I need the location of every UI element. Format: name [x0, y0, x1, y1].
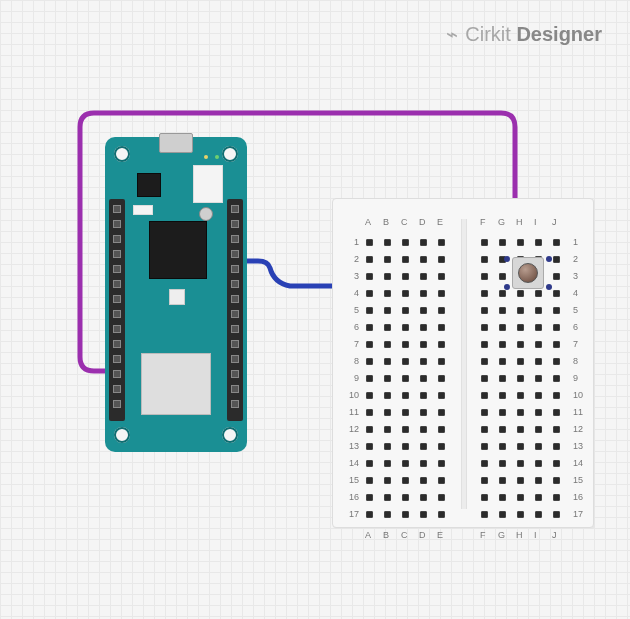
- header-pin[interactable]: [231, 205, 239, 213]
- breadboard-tie-point[interactable]: [553, 341, 560, 348]
- reset-button[interactable]: [199, 207, 213, 221]
- breadboard-tie-point[interactable]: [517, 511, 524, 518]
- breadboard-tie-point[interactable]: [481, 307, 488, 314]
- breadboard-tie-point[interactable]: [535, 324, 542, 331]
- breadboard-tie-point[interactable]: [384, 239, 391, 246]
- breadboard-tie-point[interactable]: [535, 239, 542, 246]
- header-pin[interactable]: [113, 325, 121, 333]
- breadboard-tie-point[interactable]: [499, 307, 506, 314]
- breadboard-tie-point[interactable]: [535, 375, 542, 382]
- breadboard-tie-point[interactable]: [438, 460, 445, 467]
- breadboard-tie-point[interactable]: [438, 494, 445, 501]
- header-pin[interactable]: [113, 265, 121, 273]
- breadboard-tie-point[interactable]: [402, 477, 409, 484]
- breadboard-tie-point[interactable]: [366, 375, 373, 382]
- breadboard-tie-point[interactable]: [553, 307, 560, 314]
- breadboard-tie-point[interactable]: [499, 341, 506, 348]
- breadboard-tie-point[interactable]: [553, 443, 560, 450]
- breadboard-tie-point[interactable]: [438, 324, 445, 331]
- breadboard-tie-point[interactable]: [402, 375, 409, 382]
- breadboard-tie-point[interactable]: [384, 358, 391, 365]
- breadboard-tie-point[interactable]: [481, 477, 488, 484]
- breadboard-tie-point[interactable]: [438, 477, 445, 484]
- breadboard-tie-point[interactable]: [499, 511, 506, 518]
- breadboard-tie-point[interactable]: [420, 494, 427, 501]
- breadboard-tie-point[interactable]: [553, 477, 560, 484]
- header-pin[interactable]: [113, 355, 121, 363]
- breadboard-tie-point[interactable]: [402, 307, 409, 314]
- breadboard[interactable]: AABBCCDDEEFFGGHHIIJJ11223344556677889910…: [332, 198, 594, 528]
- breadboard-tie-point[interactable]: [366, 409, 373, 416]
- header-pin[interactable]: [231, 250, 239, 258]
- breadboard-tie-point[interactable]: [384, 375, 391, 382]
- breadboard-tie-point[interactable]: [517, 324, 524, 331]
- breadboard-tie-point[interactable]: [366, 392, 373, 399]
- breadboard-tie-point[interactable]: [517, 426, 524, 433]
- breadboard-tie-point[interactable]: [517, 494, 524, 501]
- breadboard-tie-point[interactable]: [553, 426, 560, 433]
- breadboard-tie-point[interactable]: [553, 239, 560, 246]
- breadboard-tie-point[interactable]: [481, 375, 488, 382]
- breadboard-tie-point[interactable]: [438, 443, 445, 450]
- breadboard-tie-point[interactable]: [499, 426, 506, 433]
- canvas[interactable]: AABBCCDDEEFFGGHHIIJJ11223344556677889910…: [0, 0, 630, 619]
- breadboard-tie-point[interactable]: [499, 273, 506, 280]
- breadboard-tie-point[interactable]: [402, 358, 409, 365]
- pin-header-right[interactable]: [227, 199, 243, 421]
- breadboard-tie-point[interactable]: [481, 460, 488, 467]
- breadboard-tie-point[interactable]: [384, 477, 391, 484]
- breadboard-tie-point[interactable]: [499, 290, 506, 297]
- breadboard-tie-point[interactable]: [384, 392, 391, 399]
- breadboard-tie-point[interactable]: [481, 511, 488, 518]
- breadboard-tie-point[interactable]: [535, 477, 542, 484]
- breadboard-tie-point[interactable]: [553, 256, 560, 263]
- breadboard-tie-point[interactable]: [402, 239, 409, 246]
- breadboard-tie-point[interactable]: [535, 307, 542, 314]
- breadboard-tie-point[interactable]: [499, 409, 506, 416]
- header-pin[interactable]: [231, 295, 239, 303]
- breadboard-tie-point[interactable]: [402, 409, 409, 416]
- breadboard-tie-point[interactable]: [553, 358, 560, 365]
- pushbutton-cap-icon[interactable]: [518, 263, 538, 283]
- breadboard-tie-point[interactable]: [420, 256, 427, 263]
- breadboard-tie-point[interactable]: [535, 409, 542, 416]
- breadboard-tie-point[interactable]: [384, 290, 391, 297]
- breadboard-tie-point[interactable]: [420, 426, 427, 433]
- breadboard-tie-point[interactable]: [420, 273, 427, 280]
- header-pin[interactable]: [113, 340, 121, 348]
- breadboard-tie-point[interactable]: [384, 324, 391, 331]
- breadboard-tie-point[interactable]: [481, 256, 488, 263]
- breadboard-tie-point[interactable]: [402, 460, 409, 467]
- breadboard-tie-point[interactable]: [420, 460, 427, 467]
- breadboard-tie-point[interactable]: [384, 426, 391, 433]
- breadboard-tie-point[interactable]: [420, 375, 427, 382]
- breadboard-tie-point[interactable]: [402, 273, 409, 280]
- breadboard-tie-point[interactable]: [438, 239, 445, 246]
- header-pin[interactable]: [231, 385, 239, 393]
- breadboard-tie-point[interactable]: [553, 273, 560, 280]
- breadboard-tie-point[interactable]: [402, 324, 409, 331]
- breadboard-tie-point[interactable]: [481, 290, 488, 297]
- breadboard-tie-point[interactable]: [517, 477, 524, 484]
- breadboard-tie-point[interactable]: [535, 460, 542, 467]
- header-pin[interactable]: [231, 280, 239, 288]
- breadboard-tie-point[interactable]: [481, 494, 488, 501]
- breadboard-tie-point[interactable]: [366, 477, 373, 484]
- header-pin[interactable]: [113, 385, 121, 393]
- breadboard-tie-point[interactable]: [438, 358, 445, 365]
- breadboard-tie-point[interactable]: [384, 273, 391, 280]
- breadboard-tie-point[interactable]: [402, 426, 409, 433]
- breadboard-tie-point[interactable]: [366, 307, 373, 314]
- breadboard-tie-point[interactable]: [553, 409, 560, 416]
- breadboard-tie-point[interactable]: [499, 392, 506, 399]
- breadboard-tie-point[interactable]: [481, 426, 488, 433]
- breadboard-tie-point[interactable]: [535, 494, 542, 501]
- breadboard-tie-point[interactable]: [420, 358, 427, 365]
- breadboard-tie-point[interactable]: [420, 307, 427, 314]
- breadboard-tie-point[interactable]: [420, 290, 427, 297]
- breadboard-tie-point[interactable]: [517, 443, 524, 450]
- breadboard-tie-point[interactable]: [481, 273, 488, 280]
- header-pin[interactable]: [231, 220, 239, 228]
- breadboard-tie-point[interactable]: [499, 324, 506, 331]
- breadboard-tie-point[interactable]: [420, 392, 427, 399]
